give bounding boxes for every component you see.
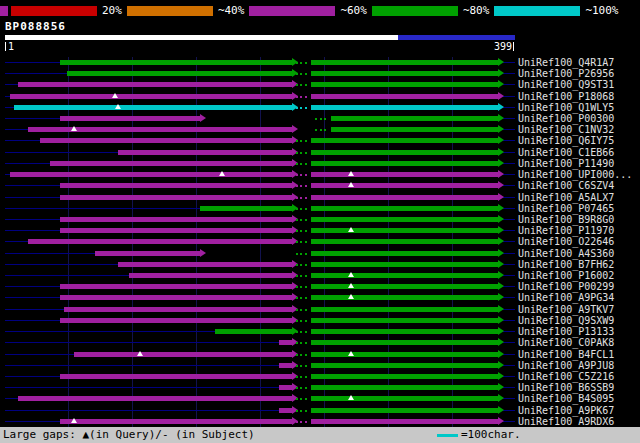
hit-label[interactable]: UniRef100_A9PK67 <box>518 405 614 416</box>
hit-label[interactable]: UniRef100_C0PAK8 <box>518 337 614 348</box>
hit-label[interactable]: UniRef100_B6SSB9 <box>518 382 614 393</box>
alignment-segment[interactable] <box>279 340 292 345</box>
alignment-segment[interactable] <box>311 228 498 233</box>
alignment-segment[interactable] <box>215 329 292 334</box>
hit-label[interactable]: UniRef100_P26956 <box>518 68 614 79</box>
alignment-segment[interactable] <box>311 273 498 278</box>
hit-label[interactable]: UniRef100_P11970 <box>518 225 614 236</box>
alignment-segment[interactable] <box>311 206 498 211</box>
alignment-segment[interactable] <box>311 340 498 345</box>
alignment-segment[interactable] <box>311 307 498 312</box>
hit-label[interactable]: UniRef100_Q1WLY5 <box>518 102 614 113</box>
hit-label[interactable]: UniRef100_B4FCL1 <box>518 349 614 360</box>
alignment-segment[interactable] <box>311 195 498 200</box>
hit-label[interactable]: UniRef100_A9PG34 <box>518 292 614 303</box>
alignment-segment[interactable] <box>311 318 498 323</box>
hit-label[interactable]: UniRef100_UPI000... <box>518 169 632 180</box>
alignment-segment[interactable] <box>311 161 498 166</box>
alignment-segment[interactable] <box>118 262 292 267</box>
alignment-segment[interactable] <box>28 239 292 244</box>
alignment-segment[interactable] <box>311 138 498 143</box>
hit-label[interactable]: UniRef100_Q4R1A7 <box>518 57 614 68</box>
alignment-segment[interactable] <box>311 385 498 390</box>
alignment-segment[interactable] <box>311 172 498 177</box>
alignment-segment[interactable] <box>311 217 498 222</box>
alignment-segment[interactable] <box>18 396 292 401</box>
alignment-segment[interactable] <box>311 295 498 300</box>
hit-label[interactable]: UniRef100_O22646 <box>518 236 614 247</box>
alignment-segment[interactable] <box>279 363 292 368</box>
hit-label[interactable]: UniRef100_Q6IY75 <box>518 135 614 146</box>
alignment-segment[interactable] <box>311 183 498 188</box>
alignment-segment[interactable] <box>60 284 292 289</box>
alignment-segment[interactable] <box>60 419 292 424</box>
alignment-segment[interactable] <box>129 273 292 278</box>
alignment-segment[interactable] <box>28 127 292 132</box>
alignment-segment[interactable] <box>279 385 292 390</box>
alignment-segment[interactable] <box>311 94 498 99</box>
hit-label[interactable]: UniRef100_P13133 <box>518 326 614 337</box>
alignment-segment[interactable] <box>60 116 200 121</box>
hit-label[interactable]: UniRef100_P07465 <box>518 203 614 214</box>
hit-label[interactable]: UniRef100_C5Z216 <box>518 371 614 382</box>
alignment-segment[interactable] <box>10 172 292 177</box>
alignment-segment[interactable] <box>311 374 498 379</box>
hit-label[interactable]: UniRef100_B9R8G0 <box>518 214 614 225</box>
hit-label[interactable]: UniRef100_Q9SXW9 <box>518 315 614 326</box>
alignment-segment[interactable] <box>311 71 498 76</box>
hit-label[interactable]: UniRef100_P18068 <box>518 91 614 102</box>
alignment-segment[interactable] <box>14 105 292 110</box>
alignment-segment[interactable] <box>331 116 499 121</box>
alignment-segment[interactable] <box>311 239 498 244</box>
gap-dot <box>300 163 302 165</box>
alignment-segment[interactable] <box>10 94 292 99</box>
alignment-segment[interactable] <box>60 183 292 188</box>
alignment-segment[interactable] <box>311 105 498 110</box>
alignment-segment[interactable] <box>279 408 292 413</box>
alignment-segment[interactable] <box>311 329 498 334</box>
hit-label[interactable]: UniRef100_A9TKV7 <box>518 304 614 315</box>
hit-label[interactable]: UniRef100_P16002 <box>518 270 614 281</box>
alignment-segment[interactable] <box>311 419 498 424</box>
hit-label[interactable]: UniRef100_P00299 <box>518 281 614 292</box>
hit-label[interactable]: UniRef100_P00300 <box>518 113 614 124</box>
alignment-segment[interactable] <box>18 82 292 87</box>
alignment-segment[interactable] <box>311 150 498 155</box>
hit-label[interactable]: UniRef100_A9RDX6 <box>518 416 614 427</box>
alignment-segment[interactable] <box>311 262 498 267</box>
alignment-segment[interactable] <box>200 206 292 211</box>
alignment-segment[interactable] <box>67 71 293 76</box>
alignment-segment[interactable] <box>311 82 498 87</box>
alignment-segment[interactable] <box>311 408 498 413</box>
hit-label[interactable]: UniRef100_A5ALX7 <box>518 192 614 203</box>
alignment-segment[interactable] <box>64 307 292 312</box>
hit-label[interactable]: UniRef100_A4S360 <box>518 248 614 259</box>
alignment-segment[interactable] <box>311 363 498 368</box>
hit-label[interactable]: UniRef100_B7FH62 <box>518 259 614 270</box>
alignment-segment[interactable] <box>60 228 292 233</box>
alignment-segment[interactable] <box>60 195 292 200</box>
alignment-segment[interactable] <box>60 217 292 222</box>
alignment-segment[interactable] <box>95 251 200 256</box>
hit-label[interactable]: UniRef100_B4S095 <box>518 393 614 404</box>
hit-label[interactable]: UniRef100_A9PJU8 <box>518 360 614 371</box>
alignment-segment[interactable] <box>40 138 292 143</box>
alignment-segment[interactable] <box>311 396 498 401</box>
hit-label[interactable]: UniRef100_Q9ST31 <box>518 79 614 90</box>
alignment-segment[interactable] <box>311 60 498 65</box>
hit-label[interactable]: UniRef100_C6SZV4 <box>518 180 614 191</box>
alignment-segment[interactable] <box>60 374 292 379</box>
alignment-segment[interactable] <box>50 161 292 166</box>
alignment-segment[interactable] <box>60 295 292 300</box>
hit-label[interactable]: UniRef100_C1NV32 <box>518 124 614 135</box>
alignment-segment[interactable] <box>60 60 292 65</box>
alignment-segment[interactable] <box>331 127 499 132</box>
alignment-segment[interactable] <box>311 251 498 256</box>
alignment-segment[interactable] <box>74 352 292 357</box>
alignment-segment[interactable] <box>118 150 292 155</box>
alignment-segment[interactable] <box>60 318 292 323</box>
hit-label[interactable]: UniRef100_P11490 <box>518 158 614 169</box>
alignment-segment[interactable] <box>311 284 498 289</box>
alignment-segment[interactable] <box>311 352 498 357</box>
hit-label[interactable]: UniRef100_C1EB66 <box>518 147 614 158</box>
